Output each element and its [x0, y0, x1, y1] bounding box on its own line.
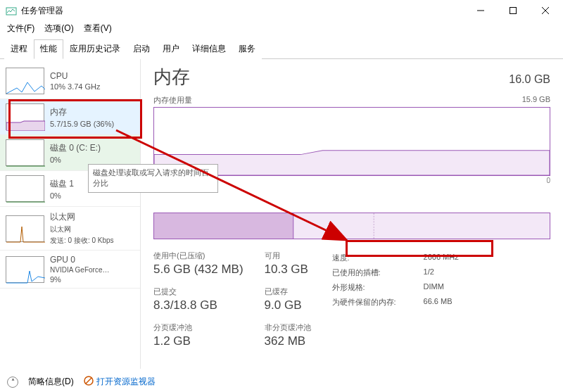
statusbar: ˄ 简略信息(D) 打开资源监视器 — [7, 376, 156, 388]
tab-startup[interactable]: 启动 — [127, 39, 156, 59]
window-title: 任务管理器 — [21, 5, 464, 17]
maximize-button[interactable] — [497, 0, 529, 21]
graph-label: 内存使用量 — [153, 95, 192, 106]
val-slots: 1/2 — [424, 267, 434, 278]
stat-commit: 8.3/18.8 GB — [153, 298, 243, 312]
tab-performance[interactable]: 性能 — [34, 39, 63, 59]
menu-options[interactable]: 选项(O) — [44, 23, 73, 34]
gpu0-thumb — [6, 256, 44, 283]
open-resmon-link[interactable]: 打开资源监视器 — [84, 376, 156, 388]
ethernet-thumb — [6, 215, 44, 242]
sidebar-item-memory[interactable]: 内存5.7/15.9 GB (36%) — [0, 99, 140, 135]
close-button[interactable] — [529, 0, 562, 21]
val-speed: 2666 MHz — [424, 253, 459, 263]
tab-processes[interactable]: 进程 — [4, 39, 34, 59]
menubar: 文件(F) 选项(O) 查看(V) — [0, 21, 563, 39]
svg-rect-7 — [154, 213, 293, 239]
disk-tooltip: 磁盘处理读取或写入请求的时间百分比 — [88, 164, 218, 193]
stat-used: 5.6 GB (432 MB) — [153, 263, 243, 277]
page-title: 内存 — [153, 65, 190, 89]
cpu-thumb — [6, 68, 44, 94]
tabstrip: 进程 性能 应用历史记录 启动 用户 详细信息 服务 — [0, 39, 563, 59]
memory-details-table: 速度:2666 MHz 已使用的插槽:1/2 外形规格:DIMM 为硬件保留的内… — [332, 251, 459, 348]
minimize-button[interactable] — [464, 0, 497, 21]
brief-info-link[interactable]: 简略信息(D) — [28, 376, 74, 388]
resmon-icon — [84, 376, 94, 388]
svg-line-13 — [86, 378, 91, 384]
stat-avail: 10.3 GB — [265, 263, 311, 277]
svg-rect-2 — [510, 8, 517, 14]
sidebar-item-ethernet[interactable]: 以太网以太网发送: 0 接收: 0 Kbps — [0, 207, 140, 251]
memory-total: 16.0 GB — [509, 73, 550, 86]
sidebar-item-cpu[interactable]: CPU10% 3.74 GHz — [0, 63, 140, 99]
tab-details[interactable]: 详细信息 — [186, 39, 232, 59]
memory-thumb — [6, 103, 44, 130]
main-panel: 内存 16.0 GB 内存使用量15.9 GB 0 使用中(已压缩)5.6 GB… — [141, 59, 563, 369]
tab-services[interactable]: 服务 — [232, 39, 262, 59]
graph-max: 15.9 GB — [522, 95, 550, 106]
svg-rect-8 — [293, 213, 550, 239]
chevron-up-icon[interactable]: ˄ — [7, 377, 18, 388]
stat-paged: 1.2 GB — [153, 334, 243, 348]
sidebar-item-gpu0[interactable]: GPU 0NVIDIA GeForce…9% — [0, 251, 140, 289]
disk1-thumb — [6, 175, 44, 202]
disk0-thumb — [6, 139, 44, 166]
app-icon — [6, 5, 17, 16]
titlebar: 任务管理器 — [0, 0, 563, 21]
stat-nonpaged: 362 MB — [265, 334, 311, 348]
stat-cached: 9.0 GB — [265, 298, 311, 312]
val-form: DIMM — [424, 282, 444, 293]
val-reserved: 66.6 MB — [424, 297, 453, 308]
menu-view[interactable]: 查看(V) — [84, 23, 112, 34]
sidebar: CPU10% 3.74 GHz 内存5.7/15.9 GB (36%) 磁盘 0… — [0, 59, 141, 369]
menu-file[interactable]: 文件(F) — [7, 23, 34, 34]
memory-composition-graph — [153, 213, 550, 239]
tab-users[interactable]: 用户 — [156, 39, 186, 59]
tab-app-history[interactable]: 应用历史记录 — [63, 39, 127, 59]
